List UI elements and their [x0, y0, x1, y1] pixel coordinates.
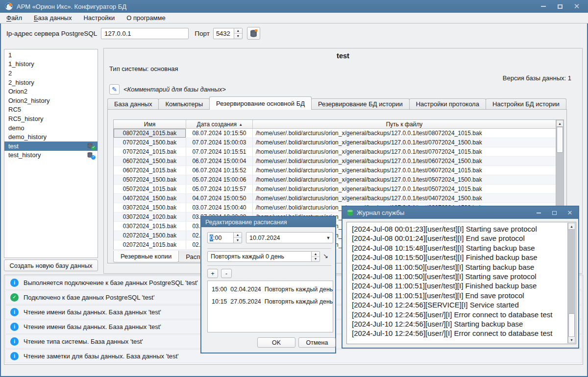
journal-vertical-scrollbar[interactable]: ▴ ▾ — [567, 223, 575, 343]
spin-down-button[interactable]: ▾ — [234, 34, 242, 39]
cell-backup-path[interactable]: /home/user/.bolid/arcturus/orion_x/gener… — [253, 194, 556, 203]
cell-backup-path[interactable]: /home/user/.bolid/arcturus/orion_x/gener… — [253, 185, 556, 194]
table-row[interactable]: 04072024_1500.bak 04.07.2024 15:00:50 /h… — [114, 194, 556, 203]
maximize-button[interactable] — [557, 3, 564, 10]
chevron-down-icon[interactable]: ▼ — [324, 236, 333, 240]
ok-button[interactable]: OK — [257, 337, 295, 348]
database-list-item[interactable]: Orion2_history — [4, 96, 98, 105]
menu-item[interactable]: О программе — [126, 14, 166, 22]
minimize-button[interactable] — [540, 3, 547, 10]
journal-log-text[interactable]: [2024-Jul-08 00:01:23][user/test][I] Sta… — [346, 222, 576, 344]
table-row[interactable]: 06072024_1500.bak 06.07.2024 15:00:04 /h… — [114, 157, 556, 166]
cell-backup-name[interactable]: 03072024_1015.bak — [114, 222, 186, 231]
database-list-item[interactable]: 1 — [4, 50, 98, 60]
cell-backup-date[interactable]: 07.07.2024 15:00:03 — [186, 138, 253, 147]
schedule-list[interactable]: 15:00 02.04.2024 Повторять каждый день10… — [207, 281, 333, 332]
database-list-item[interactable]: demo_history — [4, 132, 98, 141]
cell-backup-name[interactable]: 06072024_1500.bak — [114, 157, 186, 166]
column-header-date[interactable]: Дата создания ▴ — [186, 120, 253, 128]
cell-backup-date[interactable]: 05.07.2024 10:15:57 — [186, 185, 253, 194]
maximize-button[interactable] — [551, 210, 558, 216]
cell-backup-date[interactable]: 04.07.2024 15:00:50 — [186, 194, 253, 203]
cell-backup-date[interactable]: 06.07.2024 15:00:04 — [186, 157, 253, 166]
spin-up-button[interactable]: ▴ — [234, 28, 242, 34]
database-list-item[interactable]: 2_history — [4, 78, 98, 87]
cell-backup-path[interactable]: /home/user/.bolid/arcturus/orion_x/gener… — [253, 166, 556, 175]
ip-address-input[interactable] — [101, 28, 188, 39]
create-database-button[interactable]: Создать новую базу данных — [4, 259, 98, 271]
edit-comment-button[interactable]: ✎ — [109, 84, 120, 94]
cell-backup-name[interactable]: 06072024_1015.bak — [114, 166, 186, 175]
cell-backup-path[interactable]: /home/user/.bolid/arcturus/orion_x/gener… — [253, 157, 556, 166]
table-row[interactable]: 07072024_1500.bak 07.07.2024 15:00:03 /h… — [114, 138, 556, 147]
cell-backup-name[interactable]: 07072024_1015.bak — [114, 147, 186, 157]
ip-address-field[interactable] — [101, 28, 189, 39]
cell-backup-name[interactable]: 05072024_1500.bak — [114, 175, 186, 185]
database-list-item[interactable]: 2 — [4, 69, 98, 78]
cell-backup-name[interactable]: 04072024_1500.bak — [114, 194, 186, 203]
cell-backup-name[interactable]: 05072024_1015.bak — [114, 185, 186, 194]
table-row[interactable]: 08072024_1015.bak 08.07.2024 10:15:50 /h… — [114, 129, 556, 138]
database-list-item[interactable]: RC5_history — [4, 114, 98, 123]
database-list-item[interactable]: RC5 — [4, 105, 98, 115]
add-schedule-button[interactable]: + — [207, 269, 218, 278]
cell-backup-date[interactable]: 03.07.2024 15:00:40 — [186, 203, 253, 212]
database-list-item[interactable]: 1_history — [4, 60, 98, 69]
scrollbar-thumb[interactable] — [568, 313, 575, 339]
diagonal-arrow-icon[interactable]: ↘ — [323, 252, 328, 259]
schedule-list-item[interactable]: 15:00 02.04.2024 Повторять каждый день — [208, 283, 333, 295]
table-row[interactable]: 05072024_1500.bak 05.07.2024 15:00:06 /h… — [114, 175, 556, 185]
cell-backup-path[interactable]: /home/user/.bolid/arcturus/orion_x/gener… — [253, 138, 556, 147]
tab[interactable]: Резервирование БД истории — [311, 98, 410, 109]
menu-item[interactable]: Настройки — [83, 14, 115, 22]
cell-backup-path[interactable]: /home/user/.bolid/arcturus/orion_x/gener… — [253, 175, 556, 185]
tab[interactable]: Настройки БД истории — [486, 98, 566, 109]
scroll-down-button[interactable]: ▾ — [568, 336, 575, 343]
cell-backup-name[interactable]: 08072024_1015.bak — [114, 129, 186, 138]
cell-backup-path[interactable]: /home/user/.bolid/arcturus/orion_x/gener… — [253, 129, 556, 138]
table-row[interactable]: 07072024_1015.bak 07.07.2024 10:15:51 /h… — [114, 147, 556, 157]
time-spinbox[interactable]: 0:00 ▴ ▾ — [207, 232, 242, 243]
journal-titlebar[interactable]: Журнал службы ✕ — [343, 207, 578, 219]
spin-down-button[interactable]: ▾ — [234, 238, 242, 243]
repeat-spinbox[interactable]: Повторять каждый 0 день ▴ ▾ — [207, 251, 320, 262]
minimize-button[interactable] — [535, 210, 542, 216]
table-row[interactable]: 06072024_1015.bak 06.07.2024 10:15:52 /h… — [114, 166, 556, 175]
remove-schedule-button[interactable]: - — [221, 269, 232, 278]
cell-backup-date[interactable]: 08.07.2024 10:15:50 — [186, 129, 253, 138]
connect-database-button[interactable] — [247, 27, 260, 40]
cell-backup-path[interactable]: /home/user/.bolid/arcturus/orion_x/gener… — [253, 147, 556, 157]
time-value[interactable]: 0:00 — [208, 233, 233, 243]
database-list[interactable]: 1 1_history — [4, 49, 98, 258]
database-list-item[interactable]: Orion2 — [4, 87, 98, 96]
titlebar[interactable]: АРМ «Орион Икс». Конфигуратор БД ✕ — [0, 0, 588, 13]
cell-backup-date[interactable]: 07.07.2024 10:15:51 — [186, 147, 253, 157]
tab[interactable]: Настройки протокола — [409, 98, 486, 109]
cell-backup-name[interactable]: 07072024_1500.bak — [114, 138, 186, 147]
scroll-up-button[interactable]: ▴ — [556, 120, 564, 127]
database-list-item[interactable]: test_history — [4, 151, 98, 160]
sub-tab[interactable]: Резервные копии — [113, 251, 179, 262]
spin-down-button[interactable]: ▾ — [312, 257, 319, 262]
tab[interactable]: Компьютеры — [158, 98, 210, 109]
close-button[interactable]: ✕ — [573, 3, 580, 10]
scrollbar-thumb[interactable] — [557, 127, 563, 153]
column-header-name[interactable]: Имя — [114, 120, 186, 128]
table-row[interactable]: 05072024_1015.bak 05.07.2024 10:15:57 /h… — [114, 185, 556, 194]
cancel-button[interactable]: Отмена — [298, 337, 336, 348]
date-dropdown[interactable]: 10.07.2024 ▼ — [246, 232, 333, 243]
database-list-item[interactable]: demo — [4, 123, 98, 133]
menu-item[interactable]: База данных — [34, 14, 72, 22]
schedule-dialog-titlebar[interactable]: Редактирование расписания — [201, 217, 335, 227]
cell-backup-date[interactable]: 06.07.2024 10:15:52 — [186, 166, 253, 175]
schedule-list-item[interactable]: 10:15 27.05.2024 Повторять каждый день — [208, 295, 333, 307]
cell-backup-name[interactable]: 02072024_1500.bak — [114, 231, 186, 240]
spin-up-button[interactable]: ▴ — [234, 233, 242, 238]
scroll-up-button[interactable]: ▴ — [568, 223, 575, 230]
cell-backup-name[interactable]: 02072024_1015.bak — [114, 240, 186, 250]
close-button[interactable]: ✕ — [566, 210, 573, 216]
database-list-item[interactable]: test — [4, 141, 98, 151]
tab[interactable]: Резервирование основной БД — [209, 96, 312, 110]
spin-up-button[interactable]: ▴ — [312, 252, 319, 257]
column-header-path[interactable]: Путь к файлу — [253, 120, 556, 128]
